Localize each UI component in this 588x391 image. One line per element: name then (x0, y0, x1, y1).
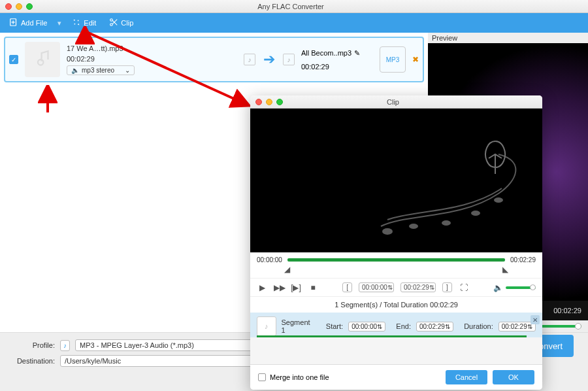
file-thumbnail (25, 42, 60, 77)
set-out-button[interactable]: ] (442, 282, 452, 292)
play-button[interactable]: ▶ (257, 283, 267, 292)
clip-label: Clip (121, 19, 133, 27)
edit-label: Edit (84, 19, 96, 27)
crop-button[interactable]: ⛶ (459, 283, 469, 292)
svg-point-16 (409, 224, 418, 229)
volume-icon: 🔈 (493, 283, 503, 292)
clip-playback-controls: ▶ ▶▶ [▶] ■ [ 00:00:00⇅ 00:02:29⇅ ] ⛶ 🔈 (250, 278, 542, 296)
output-info: All Becom..mp3 ✎ 00:02:29 (301, 49, 373, 71)
clip-dialog: Clip 00:00:00 00:02:29 (250, 95, 542, 390)
clip-titlebar: Clip (250, 95, 542, 109)
output-name: All Becom..mp3 (301, 49, 351, 57)
file-checkbox[interactable]: ✓ (9, 55, 18, 64)
out-time-field[interactable]: 00:02:29⇅ (400, 282, 436, 292)
scissors-icon (109, 18, 118, 28)
remove-file-button[interactable]: ✖ (412, 55, 419, 64)
add-file-dropdown[interactable]: ▾ (56, 19, 63, 27)
file-info: 17 We A…tt).mp3 00:02:29 🔈 mp3 stereo ⌄ (67, 44, 237, 75)
maximize-window-button[interactable] (26, 3, 33, 10)
profile-select[interactable]: MP3 - MPEG Layer-3 Audio (*.mp3) (75, 339, 271, 351)
merge-label: Merge into one file (270, 373, 329, 381)
timeline-end: 00:02:29 (510, 256, 536, 264)
segment-remove-button[interactable]: ✕ (531, 315, 540, 324)
clip-close-button[interactable] (255, 99, 262, 105)
clip-timeline: 00:00:00 00:02:29 ◢ ◣ (250, 252, 542, 278)
segment-end-field[interactable]: 00:02:29⇅ (416, 322, 453, 332)
output-duration: 00:02:29 (301, 63, 373, 71)
marker-out-icon[interactable]: ◣ (502, 265, 508, 274)
segment-start-field[interactable]: 00:00:00⇅ (348, 322, 385, 332)
svg-point-6 (78, 20, 79, 22)
svg-point-8 (110, 19, 113, 22)
set-in-button[interactable]: [ (342, 282, 352, 292)
clip-footer: Merge into one file Cancel OK (250, 364, 542, 390)
add-file-button[interactable]: Add File (5, 16, 51, 30)
segment-summary: 1 Segment(s) / Total Duration 00:02:29 (250, 296, 542, 313)
preview-header: Preview (428, 33, 588, 43)
svg-point-18 (471, 211, 480, 216)
target-format-icon: ♪ (283, 54, 295, 65)
ok-button[interactable]: OK (493, 370, 534, 384)
file-duration: 00:02:29 (67, 55, 95, 63)
add-file-icon (9, 18, 18, 28)
format-value: mp3 stereo (82, 67, 114, 74)
step-button[interactable]: [▶] (291, 283, 301, 292)
timeline-start: 00:00:00 (257, 256, 282, 264)
output-format-badge: MP3 (380, 46, 406, 73)
next-frame-button[interactable]: ▶▶ (274, 283, 284, 292)
clip-volume[interactable]: 🔈 (493, 283, 536, 292)
svg-marker-4 (78, 24, 80, 26)
profile-icon: ♪ (60, 340, 70, 351)
merge-checkbox[interactable] (258, 373, 266, 381)
edit-icon (72, 18, 81, 28)
file-row[interactable]: ✓ 17 We A…tt).mp3 00:02:29 🔈 mp3 stereo … (4, 37, 424, 82)
segment-name: Segment 1 (282, 318, 316, 334)
segment-thumb: ♪ (257, 316, 276, 336)
svg-rect-14 (250, 109, 542, 252)
svg-point-19 (494, 197, 503, 203)
destination-input[interactable]: /Users/kyle/Music (60, 355, 264, 367)
cancel-button[interactable]: Cancel (446, 370, 487, 384)
svg-point-5 (74, 24, 76, 25)
svg-marker-3 (74, 20, 76, 22)
window-controls (5, 3, 33, 10)
svg-point-7 (110, 24, 113, 26)
format-select[interactable]: 🔈 mp3 stereo ⌄ (67, 65, 135, 75)
preview-time: 00:02:29 (553, 307, 581, 314)
conversion-indicator: ♪ ➔ ♪ (244, 51, 295, 68)
segment-duration-label: Duration: (464, 322, 493, 330)
svg-point-15 (382, 228, 393, 235)
clip-button[interactable]: Clip (105, 16, 137, 30)
profile-label: Profile: (9, 341, 55, 349)
clip-maximize-button[interactable] (276, 99, 283, 105)
app-title: Any FLAC Converter (33, 3, 549, 10)
file-name: 17 We A…tt).mp3 (67, 44, 237, 52)
edit-output-icon[interactable]: ✎ (354, 49, 360, 58)
add-file-label: Add File (21, 19, 47, 27)
marker-in-icon[interactable]: ◢ (284, 265, 290, 274)
segment-end-label: End: (396, 322, 411, 330)
clip-preview-video[interactable] (250, 109, 542, 252)
clip-window-controls (255, 99, 283, 105)
segment-row[interactable]: ♪ Segment 1 Start: 00:00:00⇅ End: 00:02:… (250, 313, 542, 337)
clip-title: Clip (283, 98, 503, 106)
segment-progress-bar (257, 335, 527, 337)
arrow-right-icon: ➔ (263, 51, 275, 68)
destination-label: Destination: (9, 357, 55, 365)
chevron-down-icon: ⌄ (125, 67, 130, 74)
main-titlebar: Any FLAC Converter (0, 0, 588, 13)
svg-point-17 (442, 220, 451, 226)
main-toolbar: Add File ▾ Edit Clip (0, 13, 588, 33)
source-format-icon: ♪ (244, 54, 255, 65)
segment-start-label: Start: (326, 322, 343, 330)
close-window-button[interactable] (5, 3, 12, 10)
timeline-track[interactable] (287, 258, 505, 262)
stop-button[interactable]: ■ (308, 283, 318, 292)
clip-minimize-button[interactable] (266, 99, 272, 105)
in-time-field[interactable]: 00:00:00⇅ (359, 282, 394, 292)
minimize-window-button[interactable] (16, 3, 22, 10)
edit-button[interactable]: Edit (68, 16, 100, 30)
